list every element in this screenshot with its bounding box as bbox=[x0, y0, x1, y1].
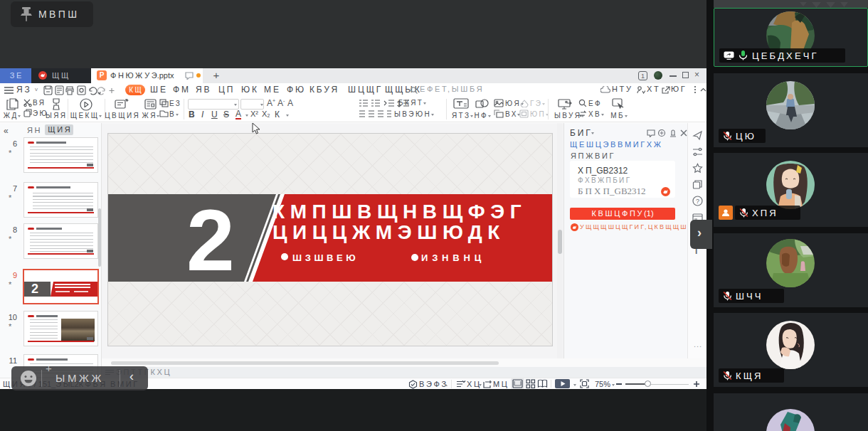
svg-text:?: ? bbox=[696, 198, 699, 205]
